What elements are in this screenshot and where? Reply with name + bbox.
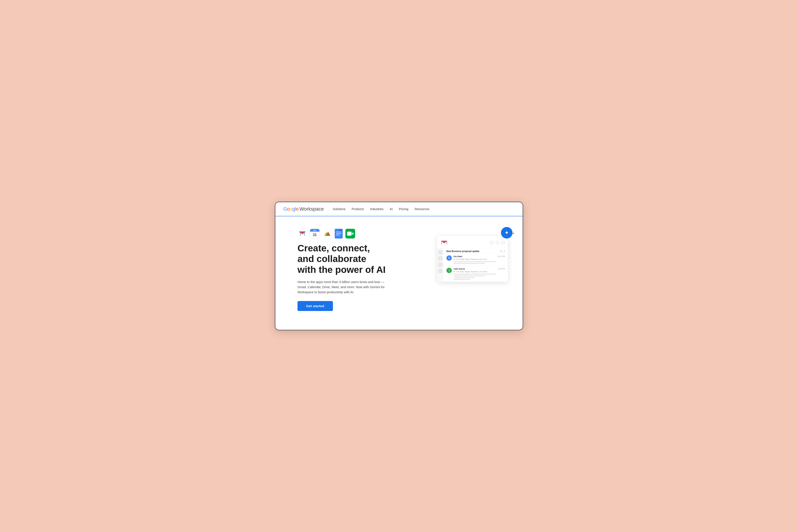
svg-rect-10 (336, 235, 340, 235)
get-started-button[interactable]: Get started (298, 301, 333, 311)
avatar-2: J (446, 268, 452, 273)
logo-workspace-text: Workspace (300, 206, 324, 212)
gmail-subject-text: New Business proposal update (446, 250, 479, 252)
right-panel: ✦ (431, 227, 515, 322)
sidebar-item-1 (438, 250, 442, 254)
line-2 (454, 263, 485, 264)
browser-window: Google Workspace Solutions Products Indu… (275, 202, 523, 330)
line-4 (454, 275, 485, 277)
nav-item-ai[interactable]: AI (390, 207, 393, 211)
nav-link-solutions[interactable]: Solutions (333, 207, 346, 211)
hero-heading: Create, connect, and collaborate with th… (298, 243, 404, 275)
sidebar-item-2 (438, 256, 442, 261)
navbar: Google Workspace Solutions Products Indu… (275, 202, 523, 216)
gemini-star-icon: ✦ (505, 230, 509, 236)
deco-dot-yellow (513, 232, 514, 234)
gmail-subject-area: New Business proposal update ✦ ↑ ↗ (443, 248, 508, 253)
svg-rect-8 (336, 232, 341, 232)
meet-icon (345, 229, 355, 239)
nav-link-industries[interactable]: Industries (370, 207, 384, 211)
calendar-icon: NOV 31 (310, 229, 320, 239)
nav-item-products[interactable]: Products (352, 207, 364, 211)
email-body-2: Julia Garcia To: Gin, Mary, Roger, Raymo… (454, 268, 496, 280)
main-content: NOV 31 (275, 216, 523, 330)
nav-link-products[interactable]: Products (352, 207, 364, 211)
email-body-1: Gio Patel To: Gin, Mary, Roger, Raymond,… (454, 255, 496, 264)
email-time-1: 12:47 PM (497, 255, 505, 258)
line-5 (454, 277, 475, 278)
email-lines-2 (454, 273, 496, 280)
docs-icon (335, 229, 343, 239)
email-from-1: Gio Patel (454, 255, 496, 258)
nav-item-solutions[interactable]: Solutions (333, 207, 346, 211)
nav-link-pricing[interactable]: Pricing (399, 207, 408, 211)
email-time-2: 12:52 PM (497, 268, 505, 270)
app-icons-row: NOV 31 (298, 229, 431, 239)
sidebar-item-3 (438, 263, 442, 267)
gmail-email-row-2: J Julia Garcia To: Gin, Mary, Roger, Ray… (443, 266, 508, 282)
line-3 (454, 273, 496, 274)
email-from-2: Julia Garcia (454, 268, 496, 270)
mockup-icon-1 (490, 241, 493, 244)
nav-item-resources[interactable]: Resources (415, 207, 430, 211)
gmail-email-row-1: G Gio Patel To: Gin, Mary, Roger, Raymon… (443, 253, 508, 266)
nav-links: Solutions Products Industries AI Pricing… (333, 207, 430, 211)
sidebar-item-4 (438, 269, 442, 273)
gmail-mockup: New Business proposal update ✦ ↑ ↗ G Gio… (437, 236, 508, 282)
nav-link-ai[interactable]: AI (390, 207, 393, 211)
hero-subtext: Home to the apps more than 3 billion use… (298, 280, 386, 295)
email-to-1: To: Gin, Mary, Roger, Raymond, Lori, ali… (454, 258, 496, 260)
line-1 (454, 261, 496, 262)
nav-item-pricing[interactable]: Pricing (399, 207, 408, 211)
avatar-1: G (446, 255, 452, 261)
mockup-icon-2 (496, 241, 499, 244)
nav-item-industries[interactable]: Industries (370, 207, 384, 211)
drive-icon (322, 229, 332, 239)
gmail-email-list: New Business proposal update ✦ ↑ ↗ G Gio… (443, 248, 508, 282)
gmail-m-logo (440, 239, 448, 247)
logo-google-text: Google (283, 206, 299, 212)
calendar-header: NOV (310, 229, 319, 232)
gemini-button[interactable]: ✦ (501, 227, 513, 239)
logo[interactable]: Google Workspace (283, 206, 324, 212)
calendar-date: 31 (310, 232, 319, 238)
gmail-sidebar (437, 248, 443, 282)
email-lines-1 (454, 261, 496, 264)
svg-rect-9 (336, 233, 341, 234)
mockup-icon-3 (501, 241, 505, 244)
nav-link-resources[interactable]: Resources (415, 207, 430, 211)
gmail-mockup-header (437, 236, 508, 248)
gmail-inner: New Business proposal update ✦ ↑ ↗ G Gio… (437, 248, 508, 282)
left-panel: NOV 31 (298, 227, 431, 322)
email-to-2: To: Gin, Mary, Roger, Raymond, Lori, ali… (454, 271, 496, 273)
line-6 (454, 279, 470, 280)
svg-rect-12 (347, 232, 352, 235)
gmail-icon (298, 229, 307, 239)
